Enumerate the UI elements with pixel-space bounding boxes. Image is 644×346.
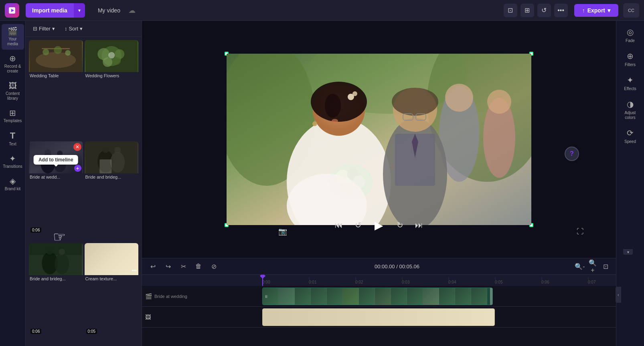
sort-button[interactable]: ↕ Sort ▾ [61, 24, 86, 33]
back5-button[interactable]: ↺ [351, 218, 365, 232]
ruler-mark-7: 0:07 [588, 276, 616, 284]
bride-at-wedding-label: Bride at wedd... [29, 175, 83, 179]
media-item-bride-brideg-1[interactable]: Bride and brideg... [85, 141, 139, 241]
ruler-mark-5: 0:05 [495, 276, 541, 284]
svg-point-12 [113, 57, 121, 65]
more-options-button[interactable]: ••• [554, 4, 568, 17]
help-button[interactable]: ? [565, 147, 579, 161]
right-panel-item-adjust-colors[interactable]: ◑ Adjust colors [618, 96, 642, 123]
ruler-mark-6: 0:06 [541, 276, 588, 284]
svg-point-29 [55, 253, 69, 274]
sidebar-item-transitions[interactable]: ✦ Transitions [2, 151, 24, 172]
import-media-dropdown-button[interactable]: ▾ [74, 3, 85, 18]
playback-controls: ⏮ ↺ ▶ ↻ ⏭ [332, 216, 426, 234]
redo-button[interactable]: ↪ [162, 261, 174, 272]
clip-frame-7 [359, 288, 375, 305]
media-panel: ⊟ Filter ▾ ↕ Sort ▾ [26, 21, 142, 346]
clip-frame-5 [327, 288, 343, 305]
video-frame [227, 54, 531, 225]
clip-frame-4 [311, 288, 327, 305]
media-item-wedding-table[interactable]: Wedding Table [29, 40, 83, 140]
track-label-overlay: 🖼 [142, 312, 262, 322]
app-logo [5, 3, 19, 18]
fullscreen-button[interactable]: ⛶ [577, 227, 584, 236]
svg-point-31 [59, 249, 65, 255]
effects-label: Effects [624, 86, 636, 91]
media-item-cream-texture[interactable]: ••• 0:05 Cream texture... [85, 243, 139, 343]
clip-frame-11 [423, 288, 439, 305]
svg-rect-25 [99, 159, 111, 173]
sidebar-item-templates[interactable]: ⊞ Templates [2, 106, 24, 127]
camera-off-button[interactable]: 📷 [278, 227, 287, 236]
video-track-content[interactable]: ⏸ [262, 286, 616, 306]
crop-button[interactable]: ⊡ [504, 4, 517, 17]
cut-button[interactable]: ✂ [177, 261, 189, 272]
media-duration-bride: 0:06 [30, 227, 41, 233]
speed-icon: ⟳ [627, 128, 634, 138]
timeline-playhead[interactable] [262, 275, 263, 286]
filter-icon: ⊟ [33, 26, 37, 32]
right-panel-item-effects[interactable]: ✦ Effects [618, 72, 642, 95]
right-panel-item-speed[interactable]: ⟳ Speed [618, 125, 642, 147]
timeline-tracks[interactable]: 🎬 Bride at wedding [142, 286, 616, 346]
svg-point-56 [392, 88, 438, 116]
export-button[interactable]: ↑ Export ▾ [574, 4, 618, 17]
clip-resize-handle[interactable] [490, 288, 492, 305]
video-clip[interactable]: ⏸ [262, 288, 493, 305]
fit-button[interactable]: ⊡ [600, 261, 611, 272]
clip-frame-3 [295, 288, 311, 305]
split-audio-button[interactable]: ⊘ [208, 261, 220, 272]
play-button[interactable]: ▶ [370, 216, 388, 234]
undo-button[interactable]: ↩ [147, 261, 159, 272]
ruler-mark-2: 0:02 [355, 276, 402, 284]
rewind-button[interactable]: ⏮ [332, 218, 346, 232]
overlay-track-content[interactable] [262, 307, 616, 327]
right-panel-collapse-button[interactable]: ‹ [616, 287, 621, 303]
clip-pause-button[interactable]: ⏸ [264, 294, 268, 299]
sidebar-item-content-library[interactable]: 🖼 Content library [2, 78, 24, 104]
svg-point-47 [332, 119, 338, 123]
delete-button[interactable]: 🗑 [192, 261, 205, 272]
svg-point-37 [445, 84, 473, 112]
media-panel-toolbar: ⊟ Filter ▾ ↕ Sort ▾ [26, 21, 142, 37]
media-item-wedding-flowers[interactable]: Wedding Flowers [85, 40, 139, 140]
track-label-video: 🎬 Bride at wedding [142, 292, 262, 301]
timeline-area: ↩ ↪ ✂ 🗑 ⊘ 00:00.00 / 00:05.06 🔍- 🔍+ ⊡ 0:… [142, 258, 616, 346]
right-panel-bottom-arrow[interactable]: ▾ [623, 249, 633, 255]
zoom-out-button[interactable]: 🔍- [574, 261, 585, 272]
skip-end-button[interactable]: ⏭ [412, 218, 426, 232]
zoom-in-button[interactable]: 🔍+ [587, 261, 598, 272]
center-right-area: 16:9 [142, 21, 616, 346]
svg-point-4 [43, 49, 49, 55]
filter-button[interactable]: ⊟ Filter ▾ [30, 24, 58, 33]
sidebar-item-brand-kit[interactable]: ◈ Brand kit [2, 174, 24, 195]
overlay-clip[interactable] [262, 308, 495, 326]
right-panel-item-filters[interactable]: ⊕ Filters [618, 48, 642, 70]
filters-label: Filters [625, 62, 636, 67]
clip-frame-8 [375, 288, 391, 305]
bride-at-wedding-thumbnail: ✕ Add to timeline + [29, 141, 83, 173]
sidebar-item-label-templates: Templates [4, 119, 22, 123]
delete-media-button[interactable]: ✕ [73, 143, 81, 151]
sidebar-item-text[interactable]: T Text [2, 128, 24, 150]
ruler-marks: 0:00 0:01 0:02 0:03 0:04 0:05 0:06 0:07 … [262, 276, 616, 284]
sort-dropdown-icon: ▾ [80, 26, 83, 32]
import-media-button[interactable]: Import media [26, 3, 74, 18]
resize-button[interactable]: ⊞ [520, 4, 534, 17]
captions-button[interactable]: CC [623, 3, 639, 18]
my-video-tab[interactable]: My video [93, 5, 125, 16]
sidebar-item-label-content: Content library [3, 91, 22, 101]
media-item-bride-at-wedding[interactable]: ✕ Add to timeline + 0:06 Bride at wedd..… [29, 141, 83, 241]
overlay-track-row: 🖼 [142, 307, 616, 328]
wedding-flowers-label: Wedding Flowers [85, 73, 139, 78]
sidebar-item-label-your-media: Your media [3, 37, 22, 46]
brand-kit-icon: ◈ [10, 177, 16, 185]
forward5-button[interactable]: ↻ [393, 218, 407, 232]
top-bar: Import media ▾ My video ☁ ⊡ ⊞ ↺ ••• ↑ Ex… [0, 0, 644, 21]
media-item-bride-brideg-2[interactable]: 0:06 Bride and brideg... [29, 243, 83, 343]
right-panel-item-fade[interactable]: ◎ Fade [618, 24, 642, 46]
sidebar-item-record-create[interactable]: ⊕ Record &create [2, 51, 24, 77]
media-duration-cream: 0:05 [86, 329, 97, 334]
rotate-button[interactable]: ↺ [537, 4, 551, 17]
sidebar-item-your-media[interactable]: 🎬 Your media [2, 24, 24, 50]
